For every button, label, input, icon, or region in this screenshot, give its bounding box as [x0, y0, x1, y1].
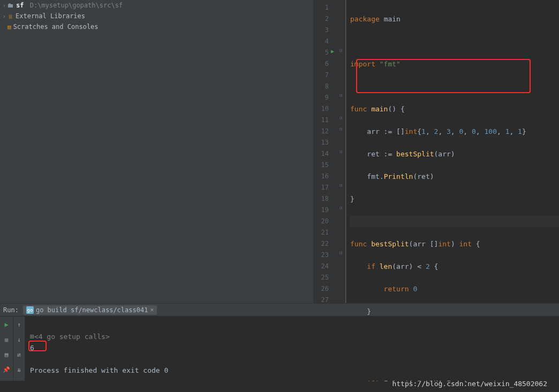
code-area[interactable]: package main import "fmt" func main() { …: [346, 0, 559, 303]
close-icon[interactable]: ×: [150, 306, 154, 313]
folder-icon: 🖿: [7, 2, 14, 9]
fold-close-icon[interactable]: ⊟: [339, 205, 342, 210]
fold-open-icon[interactable]: ⊟: [339, 115, 342, 120]
scratches-label: Scratches and Consoles: [13, 23, 99, 31]
fold-open-icon[interactable]: ⊟: [339, 126, 342, 132]
run-sidebar-left2: ↑ ↓ ⇄ ⇊: [13, 316, 25, 381]
code-editor[interactable]: 1234567891011121314151617181920212223242…: [314, 0, 559, 303]
fold-open-icon[interactable]: ⊟: [339, 250, 342, 255]
project-tree[interactable]: › 🖿 sf D:\mysetup\gopath\src\sf › ⫼ Exte…: [0, 0, 314, 303]
chevron-right-icon[interactable]: ›: [1, 3, 7, 9]
run-gutter-icon[interactable]: ▶: [331, 48, 334, 54]
fold-close-icon[interactable]: ⊟: [339, 93, 342, 98]
layout-icon[interactable]: ▤: [3, 351, 10, 358]
library-icon: ⫼: [7, 13, 13, 20]
fold-open-icon[interactable]: ⊟: [339, 183, 342, 188]
fold-close-icon[interactable]: ⊟: [339, 149, 342, 154]
scroll-icon[interactable]: ⇊: [16, 366, 23, 373]
project-path: [26, 2, 29, 9]
line-gutter: 1234567891011121314151617181920212223242…: [314, 0, 339, 303]
exit-line: Process finished with exit code 0: [30, 366, 168, 374]
run-tab[interactable]: go go build sf/newclass/class041 ×: [23, 305, 157, 315]
tree-external-libs[interactable]: › ⫼ External Libraries: [0, 11, 313, 21]
pin-icon[interactable]: 📌: [3, 366, 10, 373]
scratches-icon: ▧: [7, 24, 11, 31]
fold-column[interactable]: ⊟ ⊟ ⊟ ⊟ ⊟ ⊟ ⊟ ⊟: [339, 0, 346, 303]
console-output[interactable]: ⊞<4 go setup calls> 6 Process finished w…: [25, 316, 559, 381]
run-sidebar-left: ▶ ■ ▤ 📌: [0, 316, 13, 381]
chevron-right-icon[interactable]: ›: [1, 13, 7, 19]
go-icon: go: [26, 306, 34, 314]
tree-root[interactable]: › 🖿 sf D:\mysetup\gopath\src\sf: [0, 0, 313, 11]
run-tab-label: go build sf/newclass/class041: [36, 306, 148, 314]
wrap-icon[interactable]: ⇄: [16, 351, 23, 358]
down-icon[interactable]: ↓: [16, 336, 23, 343]
setup-calls: <4 go setup calls>: [34, 333, 110, 341]
project-name: sf: [16, 2, 24, 9]
fold-open-icon[interactable]: ⊟: [339, 48, 342, 53]
external-libs-label: External Libraries: [16, 12, 85, 20]
stop-icon[interactable]: ■: [3, 336, 10, 343]
rerun-icon[interactable]: ▶: [3, 321, 10, 328]
watermark: https://blog.csdn.net/weixin_48502062: [392, 380, 547, 388]
run-label: Run:: [3, 306, 19, 314]
output-line: 6: [30, 344, 34, 352]
up-icon[interactable]: ↑: [16, 321, 23, 328]
tree-scratches[interactable]: ▧ Scratches and Consoles: [0, 21, 313, 32]
